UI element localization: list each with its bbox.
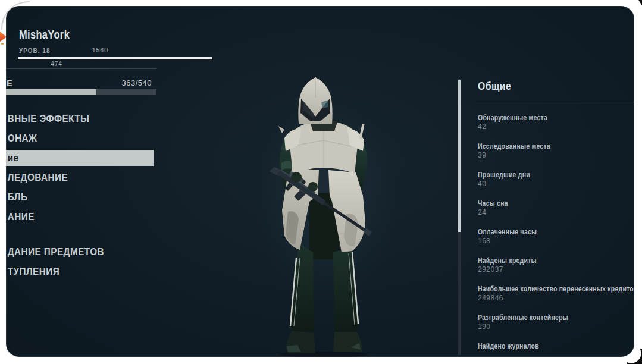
stat-value: 40 xyxy=(478,180,634,189)
stat-row: Оплаченные часы168 xyxy=(478,228,634,256)
stat-row: Разграбленные контейнеры190 xyxy=(478,313,634,342)
divider xyxy=(476,102,634,102)
stats-panel-title: Общие xyxy=(478,80,516,93)
stat-label: Обнаруженные места xyxy=(478,114,615,123)
divider xyxy=(6,68,156,69)
menu-item[interactable]: ие xyxy=(6,150,154,166)
player-name: MishaYork xyxy=(19,27,84,42)
stat-row: Наибольшее количество перенесенных креди… xyxy=(478,285,634,313)
stat-row: Обнаруженные места42 xyxy=(478,114,634,142)
stat-label: Найдены кредиты xyxy=(478,256,615,265)
stats-scrollbar-thumb[interactable] xyxy=(458,80,461,232)
stat-value: 249846 xyxy=(478,294,634,303)
stat-value: 39 xyxy=(478,151,634,160)
stat-row: Найдены кредиты292037 xyxy=(478,256,634,285)
stat-label: Найдено журналов xyxy=(478,342,615,351)
stat-label: Исследованные места xyxy=(478,142,615,151)
xp-total-value: 1560 xyxy=(92,46,108,54)
stat-row: Прошедшие дни40 xyxy=(478,171,634,199)
stat-label: Наибольшее количество перенесенных креди… xyxy=(478,285,615,294)
health-bar-fill xyxy=(6,89,96,95)
player-level: УРОВ. 18 xyxy=(19,48,50,54)
menu-item[interactable]: ВНЫЕ ЭФФЕКТЫ xyxy=(6,111,145,127)
stats-list: Обнаруженные места42Исследованные места3… xyxy=(478,114,634,357)
menu-item[interactable]: ЛЕДОВАНИЕ xyxy=(6,170,145,186)
stat-value: 42 xyxy=(478,123,634,131)
health-bar xyxy=(6,89,156,95)
stat-label: Оплаченные часы xyxy=(478,228,615,237)
screenshot-corner-artifact xyxy=(637,0,642,5)
stat-label: Разграбленные контейнеры xyxy=(478,313,615,322)
character-model xyxy=(262,74,393,357)
stat-label: Прошедшие дни xyxy=(478,171,615,180)
stat-row: Часы сна24 xyxy=(478,199,634,228)
stats-menu: ВНЫЕ ЭФФЕКТЫОНАЖиеЛЕДОВАНИЕБЛЬАНИЕДАНИЕ … xyxy=(6,111,161,283)
stat-value: 24 xyxy=(478,208,634,217)
menu-item[interactable]: АНИЕ xyxy=(6,209,145,225)
menu-item[interactable]: ТУПЛЕНИЯ xyxy=(6,263,145,280)
stat-value: 168 xyxy=(478,237,634,246)
stat-row: Исследованные места39 xyxy=(478,142,634,171)
menu-item[interactable]: ОНАЖ xyxy=(6,130,145,146)
logo-dot-icon xyxy=(1,43,4,45)
xp-current-value: 474 xyxy=(42,61,71,67)
game-window: MishaYork УРОВ. 18 1560 474 Е 363/540 ВН… xyxy=(6,6,634,357)
health-value: 363/540 xyxy=(122,79,152,87)
stats-scrollbar[interactable] xyxy=(458,79,461,355)
stat-value: 190 xyxy=(478,322,634,331)
stat-label: Часы сна xyxy=(478,199,615,208)
stat-value: 292037 xyxy=(478,265,634,274)
health-label-fragment: Е xyxy=(7,78,12,88)
xp-bar-fill xyxy=(18,57,212,59)
menu-item[interactable]: ДАНИЕ ПРЕДМЕТОВ xyxy=(6,244,145,260)
menu-item[interactable]: БЛЬ xyxy=(6,189,145,205)
stat-row: Найдено журналов xyxy=(478,342,634,357)
